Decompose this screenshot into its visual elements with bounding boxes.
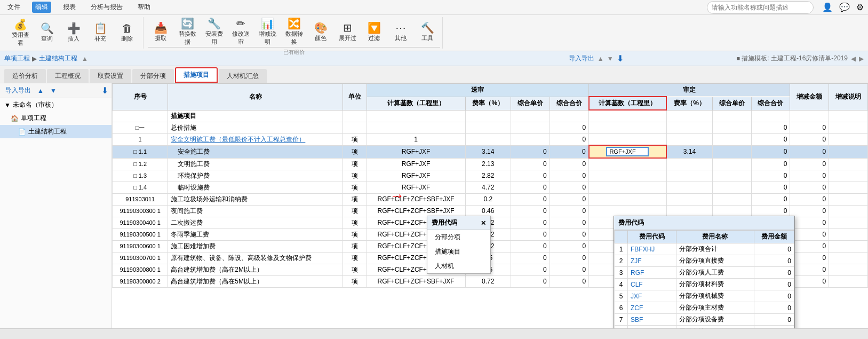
cell-unitprice1 [511,133,550,145]
cell-incdecnote [829,182,868,193]
table-row: □一 总价措施 0 0 0 [113,122,868,133]
feiyong-button[interactable]: 💰 费用查看 [7,18,33,48]
download-icon[interactable]: ⬇ [617,53,624,64]
fee-popup-row[interactable]: 5 JXF 分部分项机械费 0 [615,290,794,302]
cell-rate2 [666,158,712,170]
cell-unit: 项 [343,193,367,205]
export-btn[interactable]: 导入导出 [3,85,33,96]
cell-seq: 1 [113,133,168,145]
menu-item-analysis[interactable]: 分析与报告 [87,2,126,13]
cell-incdecnote [829,205,868,217]
dropdown-item-csxm[interactable]: 措施项目 [427,245,490,259]
import-export-btn[interactable]: 导入导出 [569,54,594,63]
gongju-button[interactable]: 🔨 工具 [415,17,440,47]
fee-cell-no: 6 [615,302,628,314]
tab-fenbu[interactable]: 分部分项 [132,69,174,83]
ququ-button[interactable]: 📥 摄取 [148,17,173,47]
cell-incdecnote [829,158,868,170]
guolv-button[interactable]: 🔽 过滤 [361,17,387,47]
folder-icon: 🏠 [11,115,19,122]
menu-item-file[interactable]: 文件 [4,2,23,13]
breadcrumb-item-1[interactable]: 单项工程 [4,54,30,63]
cell-unitprice1: 0 [511,170,550,182]
up-arrow[interactable]: ▲ [35,86,46,95]
fee-popup-row[interactable]: 7 SBF 分部分项设备费 0 [615,314,794,326]
download-btn[interactable]: ⬇ [101,85,108,96]
tab-rencaiji[interactable]: 人材机汇总 [219,69,267,83]
cell-incdec: 0 [790,264,829,275]
fee-popup-row[interactable]: 8 GR 工日合计 0 [615,326,794,329]
anzhuang-button[interactable]: 🔧 安装费用 [201,17,227,47]
cell-seq [113,110,168,122]
guolv-icon: 🔽 [368,22,381,33]
menu-item-report[interactable]: 报表 [60,2,79,13]
tree-item-unnamed[interactable]: ▼ 未命名（审核） [0,98,112,112]
cell-name: 总价措施 [168,122,343,133]
fee-dropdown[interactable]: 费用代码 ✕ 分部分项 措施项目 人材机 [427,216,491,274]
cell-calcbase2 [589,158,667,170]
down-arrow[interactable]: ▼ [48,86,59,95]
fee-cell-no: 8 [615,326,628,329]
fee-cell-code: GR [628,326,676,329]
fee-popup-row[interactable]: 3 RGF 分部分项人工费 0 [615,267,794,279]
nav-right-icon[interactable]: ▶ [859,55,864,62]
cell-incdec: 0 [790,275,829,287]
fee-popup-row[interactable]: 4 CLF 分部分项材料费 0 [615,279,794,290]
cell-calcbase2 [589,133,667,145]
tihuan-button[interactable]: 🔄 替换数据 [174,17,200,47]
fee-cell-code: FBFXHJ [628,243,676,255]
nav-left-icon[interactable]: ◀ [851,55,856,62]
cell-rate1: 0.46 [465,205,511,217]
tab-qufei[interactable]: 取费设置 [90,69,131,83]
zhuanhuan-button[interactable]: 🔀 数据转换 [281,17,307,47]
cell-incdecnote [829,264,868,275]
fee-cell-name: 分部分项合计 [676,243,754,255]
tree-label: 未命名（审核） [13,100,58,109]
charu-button[interactable]: ➕ 插入 [61,18,86,48]
zhankai-button[interactable]: ⊞ 展开过 [335,17,360,47]
tab-cuoshi[interactable]: 措施项目 [175,67,218,83]
cell-incdec: 0 [790,170,829,182]
cell-name: 冬雨季施工费 [168,228,343,240]
up-btn[interactable]: ▲ [598,55,604,62]
tab-zaojia[interactable]: 造价分析 [4,69,46,83]
cell-totalprice2: 0 [751,193,790,205]
menu-item-help[interactable]: 帮助 [134,2,154,13]
table-row: 措施项目 [113,110,868,122]
cell-totalprice1: 0 [550,133,588,145]
tree-item-tujian[interactable]: 📄 土建结构工程 [0,125,112,138]
cell-unit: 项 [343,217,367,228]
zengjian-button[interactable]: 📊 增减说明 [254,17,280,47]
left-panel: 导入导出 ▲ ▼ ⬇ ▼ 未命名（审核） 🏠 单项工程 📄 土建结构工程 [0,83,112,328]
dropdown-title: 费用代码 [432,218,457,227]
cell-seq: 911903011 [113,193,168,205]
menu-item-edit[interactable]: 编辑 [32,2,51,13]
down-btn[interactable]: ▼ [607,55,614,62]
dropdown-item-fbfx[interactable]: 分部分项 [427,230,490,245]
cell-totalprice2: 0 [751,158,790,170]
buchong-button[interactable]: 📋 补充 [87,18,113,48]
chaxun-button[interactable]: 🔍 查询 [34,18,60,48]
search-input[interactable] [707,1,814,14]
dropdown-close[interactable]: ✕ [481,219,486,227]
shanchu-button[interactable]: 🗑 删除 [114,18,140,48]
fee-popup-row[interactable]: 1 FBFXHJ 分部分项合计 0 [615,243,794,255]
tab-gongcheng[interactable]: 工程概况 [47,69,89,83]
collapse-icon[interactable]: ▲ [82,55,88,62]
fee-popup-row[interactable]: 2 ZJF 分部分项直接费 0 [615,255,794,267]
cell-calcbase1: RGF+JXF [367,158,465,170]
cell-calcbase2 [589,193,667,205]
tree-item-single[interactable]: 🏠 单项工程 [0,112,112,125]
cell-calcbase2[interactable] [589,145,667,158]
yanse-button[interactable]: 🎨 颜色 [308,17,333,47]
xiugai-button[interactable]: ✏ 修改送审 [228,17,253,47]
fee-cell-name: 工日合计 [676,326,754,329]
qita-button[interactable]: ⋯ 其他 [388,17,413,47]
fee-cell-name: 分部分项机械费 [676,290,754,302]
calcbase2-input[interactable] [606,147,649,156]
toolbar-group-main: 💰 费用查看 🔍 查询 ➕ 插入 📋 补充 🗑 删除 [4,17,144,49]
cell-unitprice2 [712,110,751,122]
breadcrumb-item-2[interactable]: 土建结构工程 [39,54,77,63]
fee-popup-row[interactable]: 6 ZCF 分部分项主材费 0 [615,302,794,314]
dropdown-item-rcj[interactable]: 人材机 [427,259,490,273]
